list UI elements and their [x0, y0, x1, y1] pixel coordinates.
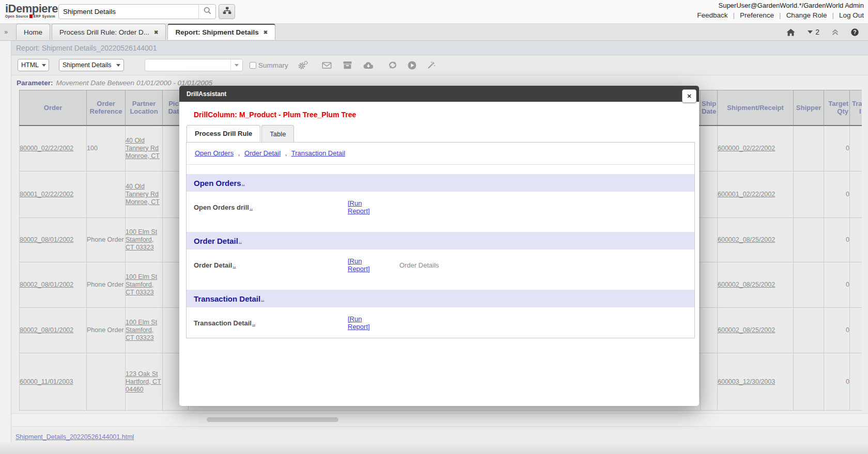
close-dialog-button[interactable]: ✕: [682, 89, 696, 103]
open-windows-dropdown[interactable]: 2: [808, 28, 819, 36]
partner-location-link[interactable]: 40 Old Tannery Rd Monroe, CT: [126, 183, 160, 206]
shipment-link[interactable]: 600003_12/30/2003: [718, 378, 775, 385]
shipment-link[interactable]: 600002_08/25/2002: [718, 281, 775, 288]
drill-tabs: Process Drill Rule Table: [186, 125, 695, 142]
summary-label: Summary: [258, 61, 288, 69]
tab-report-shipment-details[interactable]: Report: Shipment Details ✖: [167, 24, 275, 40]
top-bar: iDempiere Open Source ERP System SuperUs…: [0, 0, 868, 24]
col-header-order: Order: [20, 90, 87, 126]
target-qty-cell: 0: [824, 262, 850, 308]
target-qty-cell: 0: [824, 218, 850, 262]
collapse-header-icon[interactable]: [832, 29, 839, 36]
refresh-icon[interactable]: [388, 61, 397, 69]
close-tab-icon[interactable]: ✖: [264, 29, 268, 35]
order-link[interactable]: 80002_08/01/2002: [20, 236, 73, 243]
partner-location-link[interactable]: 100 Elm St Stamford, CT 03323: [126, 273, 157, 296]
search-button[interactable]: [198, 5, 215, 19]
order-detail-link[interactable]: Order Detail: [244, 149, 281, 157]
order-link[interactable]: 80001_02/22/2002: [20, 191, 73, 198]
partner-location-link[interactable]: 123 Oak St Hartford, CT 04460: [126, 370, 161, 393]
close-icon: ✕: [687, 93, 691, 100]
drill-rule-panel: Open Orders , Order Detail , Transaction…: [186, 142, 695, 338]
rule-dots-link[interactable]: ..: [252, 320, 255, 326]
section-dots-link[interactable]: ..: [242, 180, 245, 186]
sitemap-icon: [223, 7, 231, 17]
order-link[interactable]: 60000_11/01/2003: [20, 378, 73, 385]
order-link[interactable]: 80002_08/01/2002: [20, 281, 73, 288]
collapsed-west-panel[interactable]: [0, 41, 11, 454]
section-header-transaction-detail: Transaction Detail ..: [187, 290, 694, 307]
report-view-select[interactable]: Shipment Details: [59, 59, 124, 71]
section-dots-link[interactable]: ..: [239, 238, 242, 244]
target-qty-cell: 0: [824, 353, 850, 411]
shipment-link[interactable]: 600002_08/25/2002: [718, 326, 775, 334]
order-link[interactable]: 80002_08/01/2002: [20, 326, 73, 334]
target-qty-cell: 0: [824, 308, 850, 353]
tab-process-drill-rule[interactable]: Process Drill Rule: Order D... ✖: [52, 24, 166, 40]
process-gear-icon[interactable]: [298, 60, 308, 70]
run-report-icon[interactable]: [408, 61, 416, 70]
shipment-link[interactable]: 600001_02/22/2002: [718, 191, 775, 198]
scrollbar-thumb[interactable]: [207, 417, 338, 422]
rule-row-order-detail: Order Detail.. [Run Report] Order Detail…: [187, 249, 694, 280]
open-orders-link[interactable]: Open Orders: [195, 149, 234, 157]
horizontal-scrollbar[interactable]: [11, 413, 868, 427]
logo-tagline-right: ERP System: [34, 14, 55, 18]
logo-red-mark: [29, 14, 33, 18]
tracking-cell: [850, 353, 862, 411]
shipment-link[interactable]: 600002_08/25/2002: [718, 236, 775, 243]
partner-location-link[interactable]: 100 Elm St Stamford, CT 03323: [126, 228, 157, 251]
ship-date-cell: [701, 171, 718, 218]
logo-tagline-left: Open Source: [5, 14, 28, 18]
preference-link[interactable]: Preference: [740, 11, 774, 19]
run-report-link[interactable]: [Run Report]: [348, 315, 370, 331]
target-qty-cell: 0: [824, 171, 850, 218]
dialog-title-bar[interactable]: DrillAssistant ✕: [179, 86, 699, 102]
idempiere-logo: iDempiere Open Source ERP System: [5, 3, 57, 18]
help-icon[interactable]: ?: [851, 28, 859, 36]
transaction-detail-link[interactable]: Transaction Detail: [291, 149, 345, 157]
close-tab-icon[interactable]: ✖: [154, 29, 158, 35]
section-header-order-detail: Order Detail ..: [187, 232, 694, 249]
home-icon[interactable]: [786, 28, 795, 36]
feedback-link[interactable]: Feedback: [697, 11, 727, 19]
shipper-cell: [794, 353, 824, 411]
user-menu: Feedback| Preference| Change Role| Log O…: [697, 11, 864, 19]
rule-dots-link[interactable]: ..: [250, 205, 253, 211]
rule-label: Order Detail: [194, 261, 232, 269]
log-out-link[interactable]: Log Out: [839, 11, 864, 19]
wizard-wand-icon[interactable]: [427, 61, 436, 70]
menu-tree-button[interactable]: [219, 4, 235, 19]
section-dots-link[interactable]: ..: [261, 295, 264, 302]
summary-checkbox[interactable]: [250, 62, 256, 69]
report-window-title: Report: Shipment Details_20220526144001: [11, 41, 868, 55]
partner-location-link[interactable]: 100 Elm St Stamford, CT 03323: [126, 319, 157, 341]
tab-home[interactable]: Home: [16, 24, 50, 40]
search-icon: [204, 7, 211, 17]
format-select[interactable]: HTML: [18, 59, 49, 71]
order-reference-cell: 100: [87, 126, 126, 171]
archive-icon[interactable]: [343, 61, 352, 69]
order-reference-cell: [87, 353, 126, 411]
rule-dots-link[interactable]: ..: [233, 262, 236, 269]
change-role-link[interactable]: Change Role: [786, 11, 827, 19]
export-cloud-icon[interactable]: [363, 61, 374, 69]
order-link[interactable]: 80000_02/22/2002: [20, 145, 73, 152]
send-mail-icon[interactable]: [322, 61, 332, 69]
print-format-combobox[interactable]: [145, 59, 243, 71]
run-report-link[interactable]: [Run Report]: [348, 199, 370, 215]
global-search: [58, 4, 216, 19]
tab-process-drill-rule-inner[interactable]: Process Drill Rule: [187, 125, 260, 142]
order-reference-cell: Phone Order: [87, 308, 126, 353]
search-input[interactable]: [59, 8, 198, 15]
run-report-link[interactable]: [Run Report]: [348, 257, 370, 273]
expand-sidebar-chevron[interactable]: »: [4, 28, 8, 36]
shipment-link[interactable]: 600000_02/22/2002: [718, 145, 775, 152]
logo-word: iDempiere: [5, 3, 57, 14]
partner-location-link[interactable]: 40 Old Tannery Rd Monroe, CT: [126, 137, 160, 160]
report-file-link[interactable]: Shipment_Details_20220526144001.html: [16, 433, 134, 441]
ship-date-cell: [701, 262, 718, 308]
tab-table-inner[interactable]: Table: [261, 125, 294, 142]
col-header-shipment-receipt: Shipment/Receipt: [718, 90, 794, 126]
logged-in-user: SuperUser@GardenWorld.*/GardenWorld Admi…: [718, 2, 864, 9]
